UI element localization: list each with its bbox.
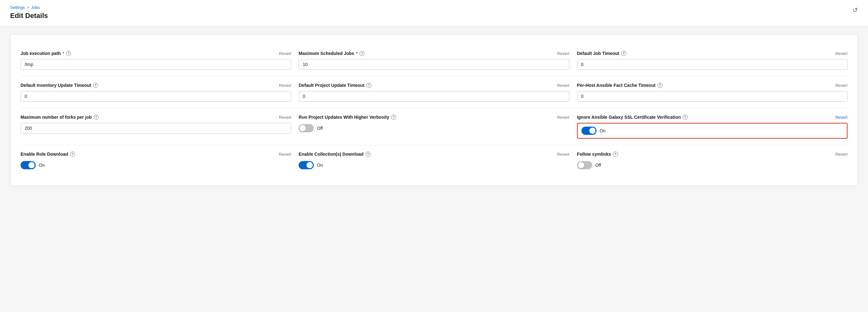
follow-symlinks-revert[interactable]: Revert [836, 152, 847, 157]
collections-download-toggle[interactable] [299, 161, 314, 169]
job-execution-path-help-icon[interactable]: ? [66, 51, 71, 56]
field-header-proj-timeout: Default Project Update Timeout ? Revert [299, 83, 569, 88]
default-project-update-timeout-field: Default Project Update Timeout ? Revert [299, 83, 569, 102]
max-forks-field: Maximum number of forks per job ? Revert [21, 115, 291, 134]
field-header-follow-symlinks: Follow symlinks ? Revert [577, 151, 847, 157]
enable-role-download-label: Enable Role Download ? [21, 151, 75, 157]
field-header-max-forks: Maximum number of forks per job ? Revert [21, 115, 291, 120]
required-star: * [63, 51, 64, 56]
follow-symlinks-toggle[interactable] [577, 161, 592, 169]
ignore-ssl-highlighted-box: On [577, 123, 847, 139]
job-execution-path-input[interactable] [21, 59, 291, 70]
ignore-ssl-toggle-label: On [600, 128, 606, 133]
follow-symlinks-label: Follow symlinks ? [577, 151, 618, 157]
default-job-timeout-input[interactable] [577, 59, 847, 70]
run-project-updates-slider [299, 124, 314, 132]
default-job-timeout-revert[interactable]: Revert [836, 51, 847, 56]
default-project-update-timeout-input[interactable] [299, 91, 569, 102]
follow-symlinks-slider [577, 161, 592, 169]
field-header-max-scheduled-jobs: Maximum Scheduled Jobs * ? Revert [299, 51, 569, 56]
default-inventory-update-timeout-label: Default Inventory Update Timeout ? [21, 83, 98, 88]
role-download-toggle-label: On [39, 163, 45, 168]
role-download-slider [21, 161, 36, 169]
breadcrumb: Settings > Jobs [10, 5, 858, 10]
role-download-revert[interactable]: Revert [279, 152, 291, 157]
fact-cache-revert[interactable]: Revert [836, 83, 847, 88]
follow-symlinks-help-icon[interactable]: ? [613, 151, 618, 157]
inv-timeout-revert[interactable]: Revert [279, 83, 291, 88]
row-3: Maximum number of forks per job ? Revert… [21, 108, 847, 145]
collections-download-toggle-row: On [299, 161, 569, 169]
maximum-scheduled-jobs-field: Maximum Scheduled Jobs * ? Revert [299, 51, 569, 70]
enable-collections-download-label: Enable Collection(s) Download ? [299, 151, 370, 157]
job-execution-path-revert[interactable]: Revert [279, 51, 291, 56]
run-project-updates-toggle-row: Off [299, 124, 569, 132]
run-project-updates-help-icon[interactable]: ? [391, 115, 396, 120]
default-inventory-update-timeout-field: Default Inventory Update Timeout ? Rever… [21, 83, 291, 102]
history-icon[interactable]: ↺ [852, 6, 858, 14]
follow-symlinks-toggle-row: Off [577, 161, 847, 169]
collections-download-help-icon[interactable]: ? [366, 151, 371, 157]
row-1: Job execution path * ? Revert Maximum Sc… [21, 45, 847, 77]
per-host-ansible-fact-cache-timeout-label: Per-Host Ansible Fact Cache Timeout ? [577, 83, 662, 88]
page-title: Edit Details [10, 12, 858, 20]
job-execution-path-field: Job execution path * ? Revert [21, 51, 291, 70]
proj-timeout-revert[interactable]: Revert [557, 83, 569, 88]
maximum-scheduled-jobs-label: Maximum Scheduled Jobs * ? [299, 51, 365, 56]
collections-download-toggle-label: On [317, 163, 323, 168]
ignore-ssl-help-icon[interactable]: ? [683, 115, 688, 120]
maximum-scheduled-jobs-input[interactable] [299, 59, 569, 70]
collections-download-slider [299, 161, 314, 169]
field-header-collections-download: Enable Collection(s) Download ? Revert [299, 151, 569, 157]
run-project-updates-toggle-label: Off [317, 126, 322, 131]
field-header-fact-cache: Per-Host Ansible Fact Cache Timeout ? Re… [577, 83, 847, 88]
maximum-scheduled-jobs-help-icon[interactable]: ? [360, 51, 365, 56]
ignore-ansible-galaxy-ssl-label: Ignore Ansible Galaxy SSL Certificate Ve… [577, 115, 688, 120]
follow-symlinks-field: Follow symlinks ? Revert Off [577, 151, 847, 169]
field-header-job-execution-path: Job execution path * ? Revert [21, 51, 291, 56]
required-star-2: * [356, 51, 358, 56]
row-4: Enable Role Download ? Revert On [21, 145, 847, 176]
max-forks-input[interactable] [21, 123, 291, 134]
max-forks-help-icon[interactable]: ? [94, 115, 99, 120]
run-project-updates-field: Run Project Updates With Higher Verbosit… [299, 115, 569, 132]
maximum-scheduled-jobs-revert[interactable]: Revert [557, 51, 569, 56]
ignore-ssl-revert[interactable]: Revert [836, 115, 847, 120]
field-header-role-download: Enable Role Download ? Revert [21, 151, 291, 157]
field-header-run-project-updates: Run Project Updates With Higher Verbosit… [299, 115, 569, 120]
row-2: Default Inventory Update Timeout ? Rever… [21, 77, 847, 108]
default-job-timeout-help-icon[interactable]: ? [621, 51, 626, 56]
run-project-updates-toggle[interactable] [299, 124, 314, 132]
default-project-update-timeout-label: Default Project Update Timeout ? [299, 83, 371, 88]
breadcrumb-jobs[interactable]: Jobs [31, 5, 40, 10]
run-project-updates-label: Run Project Updates With Higher Verbosit… [299, 115, 396, 120]
fact-cache-help-icon[interactable]: ? [657, 83, 662, 88]
enable-collections-download-field: Enable Collection(s) Download ? Revert O… [299, 151, 569, 169]
enable-role-download-field: Enable Role Download ? Revert On [21, 151, 291, 169]
breadcrumb-separator: > [27, 5, 29, 10]
breadcrumb-settings[interactable]: Settings [10, 5, 25, 10]
form-card: Job execution path * ? Revert Maximum Sc… [10, 34, 858, 186]
per-host-ansible-fact-cache-timeout-input[interactable] [577, 91, 847, 102]
proj-timeout-help-icon[interactable]: ? [367, 83, 372, 88]
ignore-ansible-galaxy-ssl-field: Ignore Ansible Galaxy SSL Certificate Ve… [577, 115, 847, 139]
inv-timeout-help-icon[interactable]: ? [93, 83, 98, 88]
ignore-ssl-slider [581, 126, 596, 135]
field-header-default-job-timeout: Default Job Timeout ? Revert [577, 51, 847, 56]
max-forks-label: Maximum number of forks per job ? [21, 115, 99, 120]
default-inventory-update-timeout-input[interactable] [21, 91, 291, 102]
role-download-toggle-row: On [21, 161, 291, 169]
default-job-timeout-label: Default Job Timeout ? [577, 51, 626, 56]
collections-download-revert[interactable]: Revert [557, 152, 569, 157]
job-execution-path-label: Job execution path * ? [21, 51, 71, 56]
role-download-toggle[interactable] [21, 161, 36, 169]
field-header-ignore-ssl: Ignore Ansible Galaxy SSL Certificate Ve… [577, 115, 847, 120]
follow-symlinks-toggle-label: Off [595, 163, 601, 168]
default-job-timeout-field: Default Job Timeout ? Revert [577, 51, 847, 70]
max-forks-revert[interactable]: Revert [279, 115, 291, 120]
run-project-updates-revert[interactable]: Revert [557, 115, 569, 120]
ignore-ssl-toggle[interactable] [581, 126, 596, 135]
per-host-ansible-fact-cache-timeout-field: Per-Host Ansible Fact Cache Timeout ? Re… [577, 83, 847, 102]
role-download-help-icon[interactable]: ? [70, 151, 75, 157]
page-header: Settings > Jobs Edit Details ↺ [0, 0, 868, 27]
